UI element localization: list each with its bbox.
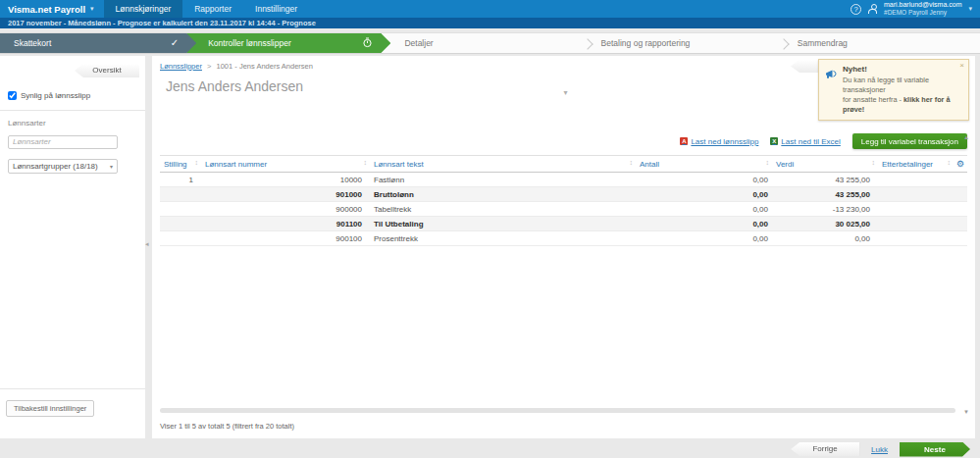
user-menu-chevron-icon[interactable]: ▾ [968,5,972,13]
cell-etterbetalinger [878,202,954,217]
cell-verdi: 0,00 [772,231,878,246]
header-stilling[interactable]: Stilling↕ [160,156,201,173]
notification-line2: for ansatte herfra - [843,95,903,104]
download-excel-label: Last ned til Excel [781,137,840,146]
sort-icon[interactable]: ↕ [364,159,368,166]
download-payslip-link[interactable]: A Last ned lønnsslipp [680,137,758,146]
select-caret-icon: ▾ [110,163,113,170]
visible-on-payslip-label[interactable]: Synlig på lønnsslipp [21,91,90,100]
notification-line1: Du kan nå legge til variable transaksjon… [843,76,929,94]
cell-lonnsart-tekst: Til Utbetaling [370,217,636,231]
step-betaling-og-rapportering[interactable]: Betaling og rapportering [588,33,784,53]
payslip-panel: Lønnsslipper > 1001 - Jens Anders Anders… [152,56,975,438]
cell-antall: 0,00 [636,202,772,217]
nav-item-lonnskjoringer[interactable]: Lønnskjøringer [104,0,183,18]
wage-types-search-input[interactable] [8,135,118,149]
header-lonnsart-tekst[interactable]: Lønnsart tekst↕ [370,156,636,173]
close-icon[interactable]: × [959,61,964,70]
cell-lonnsart-nummer: 10000 [201,173,370,187]
horizontal-scrollbar[interactable] [160,408,955,413]
cell-etterbetalinger [878,231,954,246]
table-row[interactable]: 901100 Til Utbetaling 0,00 30 025,00 [160,217,967,231]
download-excel-link[interactable]: X Last ned til Excel [770,137,840,146]
cell-lonnsart-nummer: 901100 [201,217,370,231]
step-detaljer[interactable]: Detaljer [390,33,587,53]
table-summary: Viser 1 til 5 av totalt 5 (filtrert fra … [160,422,294,431]
overview-button[interactable]: Oversikt [75,64,139,77]
wage-type-groups-select[interactable]: Lønnsartgrupper (18/18) ▾ [8,159,118,174]
cell-lonnsart-tekst: Tabelltrekk [370,202,636,217]
cell-stilling: 1 [160,173,201,187]
header-lonnsart-nummer[interactable]: Lønnsart nummer↕ [201,156,370,173]
table-row[interactable]: 900100 Prosenttrekk 0,00 0,00 [160,231,967,246]
header-antall[interactable]: Antall↕ [636,156,772,173]
app-title: Visma.net Payroll [8,4,85,15]
header-verdi[interactable]: Verdi↕ [772,156,878,173]
payslip-table: Stilling↕ Lønnsart nummer↕ Lønnsart teks… [160,155,967,246]
visible-on-payslip-checkbox[interactable] [8,91,17,100]
breadcrumb-link-lonnsslipper[interactable]: Lønnsslipper [160,62,202,71]
previous-button[interactable]: Forrige [791,442,859,456]
payrun-info-bar: 2017 november - Månedslønn - Prognose er… [0,18,980,28]
user-email: mari.barlund@visma.com [884,1,961,9]
step-sammendrag[interactable]: Sammendrag [784,33,980,53]
sort-icon[interactable]: ↕ [630,159,634,166]
payrun-info-text: 2017 november - Månedslønn - Prognose er… [8,19,316,27]
step-label: Detaljer [404,38,433,48]
sort-icon[interactable]: ↕ [872,159,876,166]
wage-types-label: Lønnsarter [8,119,139,127]
header-columns-settings[interactable]: ⚙ [954,156,967,173]
sort-icon[interactable]: ↕ [195,159,199,166]
content-area: Oversikt Synlig på lønnsslipp Lønnsarter… [0,56,980,438]
breadcrumb-current: 1001 - Jens Anders Andersen [217,62,313,71]
cell-lonnsart-nummer: 900000 [201,202,370,217]
nav-item-innstillinger[interactable]: Innstillinger [243,0,309,18]
reset-settings-button[interactable]: Tilbakestill innstillinger [6,400,94,417]
wizard-footer: Forrige Lukk Neste [0,438,980,458]
clock-icon [362,37,373,50]
table-row[interactable]: 900000 Tabelltrekk 0,00 -13 230,00 [160,202,967,217]
user-avatar-icon [868,4,877,14]
cell-lonnsart-nummer: 901000 [201,187,370,202]
wizard-stepper: Skattekort ✓ Kontroller lønnsslipper Det… [0,32,980,54]
add-variable-transaction-button[interactable]: Legg til variabel transaksjon [852,133,967,149]
step-label: Skattekort [14,38,51,48]
notification-body: Du kan nå legge til variable transaksjon… [843,76,961,114]
step-skattekort[interactable]: Skattekort ✓ [0,33,196,53]
scroll-up-icon[interactable]: ▲ [963,134,969,140]
table-actions: A Last ned lønnsslipp X Last ned til Exc… [160,133,967,149]
scroll-down-icon[interactable]: ▼ [963,409,969,415]
table-row[interactable]: 1 10000 Fastlønn 0,00 43 255,00 [160,173,967,187]
table-row[interactable]: 901000 Bruttolønn 0,00 43 255,00 [160,187,967,202]
user-info[interactable]: mari.barlund@visma.com #DEMO Payroll Jen… [884,1,961,17]
cell-stilling [160,231,201,246]
step-label: Betaling og rapportering [601,38,691,48]
step-label: Kontroller lønnsslipper [208,38,291,48]
sort-icon[interactable]: ↕ [766,159,770,166]
help-icon[interactable]: ? [851,4,861,15]
header-etterbetalinger[interactable]: Etterbetalinger↕ [878,156,954,173]
cell-etterbetalinger [878,217,954,231]
breadcrumb-separator: > [207,62,211,71]
table-header-row: Stilling↕ Lønnsart nummer↕ Lønnsart teks… [160,156,967,173]
cell-antall: 0,00 [636,187,772,202]
close-link[interactable]: Lukk [871,445,888,454]
collapse-header-icon[interactable]: ▾ [564,88,568,97]
cell-lonnsart-nummer: 900100 [201,231,370,246]
collapse-sidebar-icon[interactable]: ◂ [145,240,149,248]
nav-item-rapporter[interactable]: Rapporter [182,0,243,18]
check-icon: ✓ [171,37,179,48]
wage-type-groups-value: Lønnsartgrupper (18/18) [13,162,98,171]
sort-icon[interactable]: ↕ [948,159,952,166]
next-button[interactable]: Neste [900,442,970,457]
gear-icon[interactable]: ⚙ [956,159,964,169]
filter-sidebar: Oversikt Synlig på lønnsslipp Lønnsarter… [0,56,145,438]
cell-verdi: -13 230,00 [772,202,878,217]
app-logo[interactable]: Visma.net Payroll ▾ [0,0,104,18]
cell-verdi: 43 255,00 [772,173,878,187]
cell-lonnsart-tekst: Prosenttrekk [370,231,636,246]
step-label: Sammendrag [798,38,848,48]
top-navigation: Visma.net Payroll ▾ Lønnskjøringer Rappo… [0,0,980,18]
cell-antall: 0,00 [636,231,772,246]
step-kontroller-lonnsslipper[interactable]: Kontroller lønnsslipper [186,33,390,53]
